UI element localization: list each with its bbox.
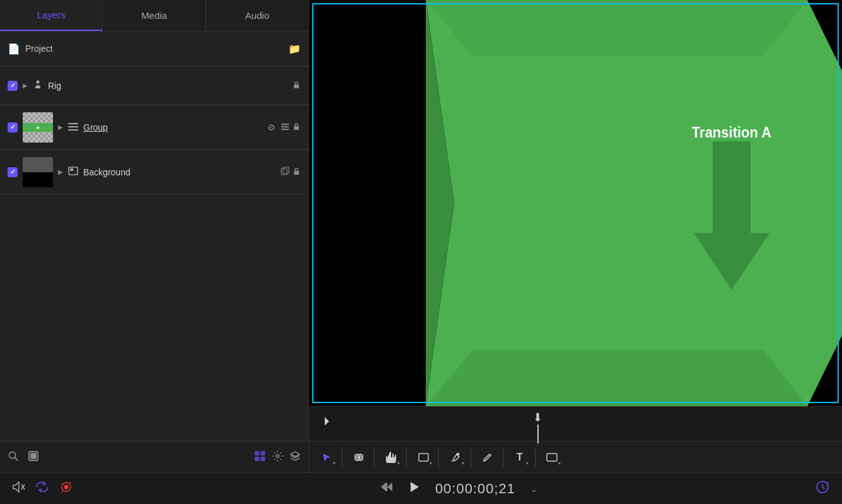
svg-marker-26 xyxy=(426,0,807,57)
hand-tool[interactable]: ▾ xyxy=(381,447,401,467)
thumbnail-background xyxy=(23,157,53,187)
project-label: Project xyxy=(25,44,53,54)
background-icon xyxy=(68,167,78,177)
svg-rect-6 xyxy=(281,126,289,127)
checkbox-background[interactable] xyxy=(8,167,18,177)
svg-rect-10 xyxy=(70,168,73,171)
select-chevron: ▾ xyxy=(333,460,336,466)
svg-point-22 xyxy=(276,454,279,457)
clock-icon[interactable] xyxy=(816,480,829,497)
svg-point-0 xyxy=(37,81,40,84)
pen-chevron: ▾ xyxy=(462,460,464,466)
mute-icon[interactable] xyxy=(13,481,25,496)
svg-rect-23 xyxy=(309,0,426,406)
checkbox-group[interactable] xyxy=(8,122,18,132)
tab-audio[interactable]: Audio xyxy=(206,0,308,31)
svg-rect-3 xyxy=(68,126,78,127)
stack-icon-group xyxy=(281,122,289,132)
bottom-status-bar: 00:00:00;21 ⌄ xyxy=(0,472,842,504)
play-button[interactable] xyxy=(407,481,420,496)
frame-icon[interactable] xyxy=(28,450,39,464)
left-bottom-bar xyxy=(0,441,308,472)
svg-rect-8 xyxy=(294,126,299,130)
folder-icon: 📁 xyxy=(288,44,301,54)
svg-text:Transition A: Transition A xyxy=(692,124,771,141)
rect-tool[interactable]: ▾ xyxy=(413,447,433,467)
settings-icon[interactable] xyxy=(272,450,283,464)
tool-group-shape: ▾ xyxy=(542,447,567,467)
rect-chevron: ▾ xyxy=(430,460,432,466)
timeline-start-marker[interactable]: ⏵ xyxy=(322,414,333,428)
orbit-tool[interactable] xyxy=(349,447,369,467)
timeline-bar: ⏵ ⬇ xyxy=(309,406,842,441)
tab-layers[interactable]: Layers xyxy=(0,0,103,31)
text-tool[interactable]: T ▾ xyxy=(510,447,530,467)
canvas-area[interactable]: Transition A xyxy=(309,0,842,406)
svg-rect-21 xyxy=(260,457,265,461)
expand-rig[interactable]: ▶ xyxy=(23,82,28,89)
svg-marker-42 xyxy=(387,483,392,491)
expand-background[interactable]: ▶ xyxy=(58,168,63,175)
layers-stack-icon[interactable] xyxy=(289,450,301,464)
grid-icon[interactable] xyxy=(254,450,266,464)
lock-icon-group xyxy=(292,122,301,132)
svg-marker-43 xyxy=(411,482,419,492)
checkbox-rig[interactable] xyxy=(8,81,18,91)
skip-back-button[interactable] xyxy=(380,481,392,496)
copy-icon-background xyxy=(281,167,289,177)
layers-content: 📄 Project 📁 ▶ Rig xyxy=(0,32,308,441)
svg-point-34 xyxy=(457,453,459,455)
svg-rect-2 xyxy=(68,123,78,124)
tool-group-orbit xyxy=(349,447,375,467)
svg-marker-40 xyxy=(381,483,386,491)
tool-group-pen: ▾ xyxy=(445,447,471,467)
tool-group-text: T ▾ xyxy=(510,447,535,467)
hand-chevron: ▾ xyxy=(397,460,400,466)
text-chevron: ▾ xyxy=(526,460,529,466)
select-tool[interactable]: ▾ xyxy=(317,447,337,467)
gear-icon-group[interactable]: ⚙ xyxy=(267,122,276,132)
project-row[interactable]: 📄 Project 📁 xyxy=(0,32,308,66)
svg-rect-20 xyxy=(255,457,259,461)
timecode-chevron[interactable]: ⌄ xyxy=(530,484,538,494)
timeline-playhead[interactable]: ⬇ xyxy=(533,411,542,443)
svg-point-39 xyxy=(64,485,69,489)
left-panel: Layers Media Audio 📄 Project 📁 ▶ xyxy=(0,0,309,472)
svg-rect-9 xyxy=(69,167,78,175)
svg-marker-24 xyxy=(426,0,842,406)
loop-icon[interactable] xyxy=(35,482,49,495)
svg-line-15 xyxy=(15,457,18,460)
shape-tool[interactable]: ▾ xyxy=(542,447,562,467)
svg-marker-27 xyxy=(426,349,807,406)
layer-name-group: Group xyxy=(83,122,262,132)
svg-rect-17 xyxy=(31,454,36,459)
right-panel: Transition A ⏵ ⬇ xyxy=(309,0,842,472)
expand-group[interactable]: ▶ xyxy=(58,124,63,131)
svg-rect-7 xyxy=(281,129,289,130)
lock-icon-rig xyxy=(292,80,301,91)
svg-point-14 xyxy=(9,452,16,458)
svg-rect-5 xyxy=(281,124,289,125)
shape-chevron: ▾ xyxy=(558,460,561,466)
timecode-display: 00:00:00;21 xyxy=(435,481,515,497)
layer-name-rig: Rig xyxy=(48,81,287,91)
tool-group-rect: ▾ xyxy=(413,447,439,467)
svg-rect-1 xyxy=(294,85,299,88)
svg-rect-41 xyxy=(386,483,387,491)
layer-row-group[interactable]: + ▶ Group ⚙ xyxy=(0,105,308,149)
svg-rect-35 xyxy=(547,454,557,461)
group-icon xyxy=(68,122,78,132)
svg-rect-13 xyxy=(294,171,299,175)
pen-tool[interactable]: ▾ xyxy=(445,447,465,467)
tab-media[interactable]: Media xyxy=(103,0,206,31)
tool-group-hand: ▾ xyxy=(381,447,407,467)
layer-row-rig[interactable]: ▶ Rig xyxy=(0,67,308,105)
doc-icon: 📄 xyxy=(8,43,20,55)
svg-rect-33 xyxy=(419,454,428,461)
svg-rect-19 xyxy=(260,451,265,455)
pencil-tool[interactable] xyxy=(477,447,498,467)
tool-group-select: ▾ xyxy=(317,447,342,467)
record-icon[interactable] xyxy=(59,481,73,496)
layer-row-background[interactable]: ▶ Background xyxy=(0,150,308,194)
search-icon[interactable] xyxy=(8,450,19,464)
